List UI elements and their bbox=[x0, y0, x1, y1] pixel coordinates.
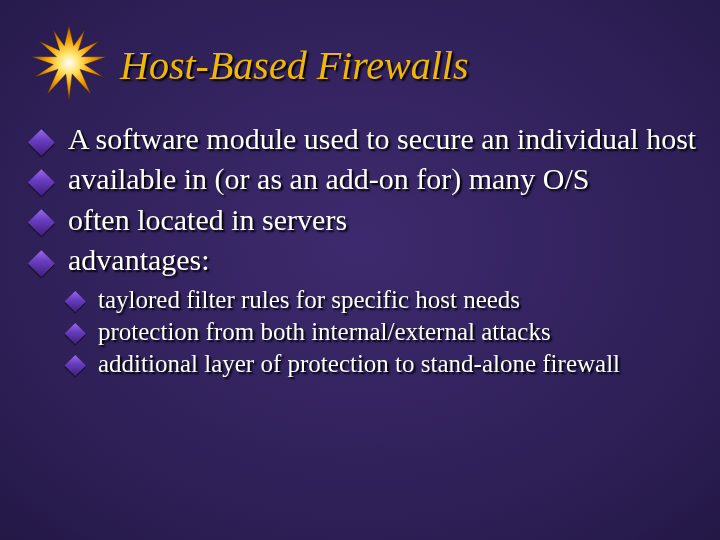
bullet-item: advantages: bbox=[32, 241, 700, 279]
bullet-list: A software module used to secure an indi… bbox=[20, 120, 700, 280]
title-row: Host-Based Firewalls bbox=[20, 30, 700, 102]
bullet-text: available in (or as an add-on for) many … bbox=[68, 162, 590, 195]
bullet-text: advantages: bbox=[68, 243, 210, 276]
sub-bullet-text: additional layer of protection to stand-… bbox=[98, 350, 620, 377]
diamond-icon bbox=[28, 169, 54, 195]
sub-bullet-item: taylored filter rules for specific host … bbox=[68, 284, 700, 316]
sub-bullet-item: protection from both internal/external a… bbox=[68, 316, 700, 348]
bullet-item: often located in servers bbox=[32, 201, 700, 239]
svg-marker-0 bbox=[32, 26, 107, 101]
diamond-icon bbox=[28, 129, 54, 155]
diamond-icon bbox=[65, 323, 86, 344]
slide-title: Host-Based Firewalls bbox=[120, 44, 469, 88]
sub-bullet-text: taylored filter rules for specific host … bbox=[98, 286, 520, 313]
bullet-text: often located in servers bbox=[68, 203, 347, 236]
diamond-icon bbox=[65, 355, 86, 376]
bullet-text: A software module used to secure an indi… bbox=[68, 122, 696, 155]
bullet-item: available in (or as an add-on for) many … bbox=[32, 160, 700, 198]
diamond-icon bbox=[28, 250, 54, 276]
diamond-icon bbox=[65, 291, 86, 312]
bullet-item: A software module used to secure an indi… bbox=[32, 120, 700, 158]
sub-bullet-item: additional layer of protection to stand-… bbox=[68, 348, 700, 380]
sub-bullet-text: protection from both internal/external a… bbox=[98, 318, 551, 345]
slide: Host-Based Firewalls A software module u… bbox=[0, 0, 720, 540]
diamond-icon bbox=[28, 210, 54, 236]
starburst-icon bbox=[30, 24, 108, 102]
sub-bullet-list: taylored filter rules for specific host … bbox=[20, 284, 700, 380]
